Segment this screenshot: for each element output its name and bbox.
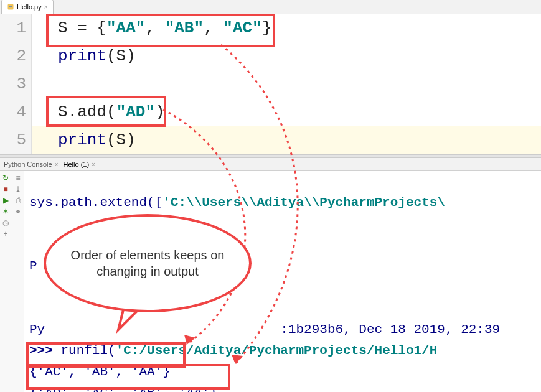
line-number: 1 [0, 14, 26, 42]
console-line: Py [29, 322, 45, 337]
console-tab-python[interactable]: Python Console × [4, 161, 59, 168]
add-icon[interactable]: + [1, 230, 10, 238]
console-tab-label: Python Console [4, 161, 52, 168]
annotation-bubble: Order of elements keeps on changing in o… [44, 214, 252, 312]
console-line: :1b293b6, Dec 18 2019, 22:39 [280, 322, 500, 337]
console-line: runfil [60, 343, 108, 358]
code-text: S = { [58, 19, 106, 37]
console-tab-hello[interactable]: Hello (1) × [64, 161, 95, 168]
debug-icon[interactable]: ✶ [1, 207, 10, 216]
wrap-icon[interactable]: ≡ [14, 174, 22, 182]
code-text: (S) [106, 131, 136, 149]
editor-tab-hello[interactable]: Hello.py × [1, 0, 54, 14]
code-text: } [262, 19, 272, 37]
code-text: , [145, 19, 164, 37]
console-prompt: >>> [29, 343, 60, 358]
print-icon[interactable]: ⎙ [14, 196, 22, 205]
console-result-2: {'AD', 'AC', 'AB', 'AA'} [29, 386, 217, 392]
console-tab-label: Hello (1) [64, 161, 90, 168]
console-line: sys.path.extend([ [29, 195, 162, 210]
close-icon[interactable]: × [55, 161, 59, 168]
history-icon[interactable]: ◷ [1, 218, 10, 227]
close-icon[interactable]: × [92, 161, 95, 168]
rerun-icon[interactable]: ↻ [1, 174, 10, 182]
builtin-fn: print [58, 47, 106, 65]
console-result-1: {'AC', 'AB', 'AA'} [29, 365, 171, 379]
console-string: 'C:/Users/Aditya/PycharmProjects/Hello1/… [116, 343, 438, 358]
console-tabbar: Python Console × Hello (1) × [0, 158, 541, 171]
code-editor[interactable]: 1 2 3 4 5 S = {"AA", "AB", "AC"} print(S… [0, 14, 541, 154]
line-number: 3 [0, 70, 26, 98]
string-literal: "AD" [116, 103, 155, 121]
console-line: P [29, 259, 37, 273]
scroll-icon[interactable]: ⤓ [14, 185, 22, 194]
builtin-fn: print [58, 131, 106, 149]
string-literal: "AB" [165, 19, 204, 37]
editor-tabbar: Hello.py × [0, 0, 541, 14]
code-text: S.add( [58, 103, 116, 121]
console-line: ( [108, 343, 116, 358]
line-number: 5 [0, 126, 26, 154]
run-icon[interactable]: ▶ [1, 196, 10, 205]
close-icon[interactable]: × [44, 4, 48, 11]
stop-icon[interactable]: ■ [1, 185, 10, 194]
code-area[interactable]: S = {"AA", "AB", "AC"} print(S) S.add("A… [32, 14, 541, 154]
line-number: 2 [0, 42, 26, 70]
python-file-icon [7, 3, 14, 11]
console-toolbar: ↻ ■ ▶ ✶ ◷ + ≡ ⤓ ⎙ ⚭ [0, 171, 24, 392]
code-text: , [204, 19, 223, 37]
code-text: (S) [106, 47, 136, 65]
editor-tab-label: Hello.py [17, 3, 42, 11]
svg-rect-1 [9, 6, 12, 7]
code-text: ) [155, 103, 165, 121]
link-icon[interactable]: ⚭ [14, 207, 22, 216]
annotation-bubble-text: Order of elements keeps on changing in o… [57, 247, 238, 279]
line-number: 4 [0, 98, 26, 126]
string-literal: "AC" [223, 19, 261, 37]
blank-line [58, 70, 541, 98]
string-literal: "AA" [106, 19, 145, 37]
console-string: 'C:\\Users\\Aditya\\PycharmProjects\ [162, 195, 445, 210]
line-gutter: 1 2 3 4 5 [0, 14, 32, 154]
